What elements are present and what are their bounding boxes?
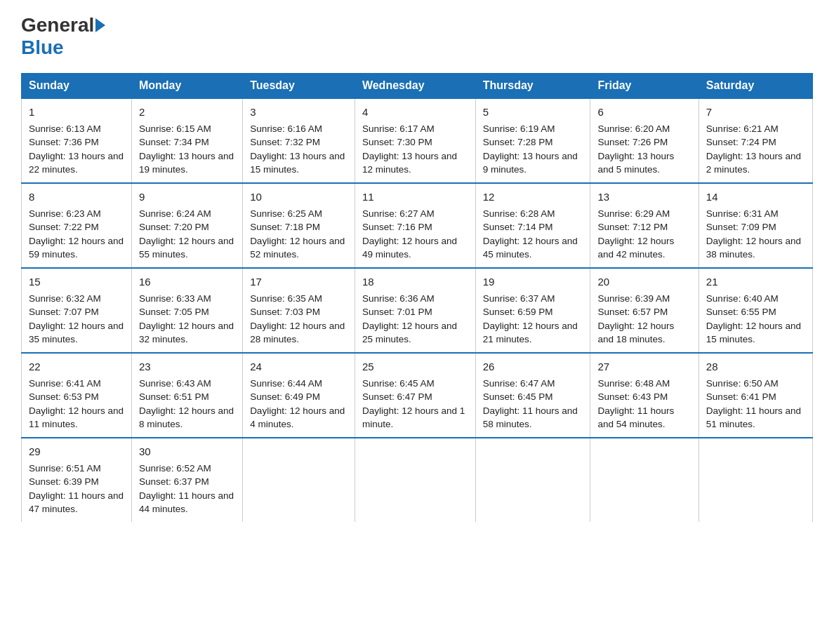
sunrise-text: Sunrise: 6:23 AM: [29, 208, 101, 219]
daylight-text: Daylight: 13 hours and 2 minutes.: [706, 151, 801, 175]
daylight-text: Daylight: 13 hours and 19 minutes.: [139, 151, 234, 175]
col-monday: Monday: [131, 74, 242, 99]
sunrise-text: Sunrise: 6:50 AM: [706, 378, 779, 389]
sunrise-text: Sunrise: 6:44 AM: [250, 378, 322, 389]
logo-arrow-icon: [95, 18, 105, 32]
daylight-text: Daylight: 12 hours and 55 minutes.: [139, 236, 234, 260]
calendar-cell: 5Sunrise: 6:19 AMSunset: 7:28 PMDaylight…: [475, 98, 590, 183]
day-number: 21: [706, 274, 805, 290]
calendar-cell: [590, 438, 699, 522]
calendar-cell: 13Sunrise: 6:29 AMSunset: 7:12 PMDayligh…: [590, 183, 699, 268]
sunset-text: Sunset: 7:26 PM: [597, 137, 668, 147]
calendar-cell: 4Sunrise: 6:17 AMSunset: 7:30 PMDaylight…: [355, 98, 475, 183]
calendar-cell: [243, 438, 355, 522]
sunset-text: Sunset: 7:14 PM: [483, 222, 553, 232]
col-thursday: Thursday: [475, 74, 590, 99]
daylight-text: Daylight: 12 hours and 45 minutes.: [483, 236, 578, 260]
daylight-text: Daylight: 12 hours and 15 minutes.: [706, 321, 801, 345]
day-number: 9: [139, 189, 235, 205]
day-number: 20: [597, 274, 691, 290]
calendar-cell: 26Sunrise: 6:47 AMSunset: 6:45 PMDayligh…: [475, 353, 590, 438]
day-number: 27: [597, 359, 691, 375]
calendar-cell: 10Sunrise: 6:25 AMSunset: 7:18 PMDayligh…: [243, 183, 355, 268]
daylight-text: Daylight: 12 hours and 1 minute.: [362, 405, 465, 430]
calendar-cell: 6Sunrise: 6:20 AMSunset: 7:26 PMDaylight…: [590, 98, 699, 183]
daylight-text: Daylight: 13 hours and 5 minutes.: [597, 151, 674, 175]
sunrise-text: Sunrise: 6:39 AM: [597, 293, 670, 304]
sunset-text: Sunset: 6:39 PM: [29, 476, 99, 487]
day-number: 23: [139, 359, 235, 375]
calendar-cell: 8Sunrise: 6:23 AMSunset: 7:22 PMDaylight…: [22, 183, 132, 268]
daylight-text: Daylight: 12 hours and 35 minutes.: [29, 321, 124, 345]
sunrise-text: Sunrise: 6:52 AM: [139, 463, 211, 474]
day-number: 19: [483, 274, 583, 290]
calendar-cell: 1Sunrise: 6:13 AMSunset: 7:36 PMDaylight…: [22, 98, 132, 183]
sunrise-text: Sunrise: 6:36 AM: [362, 293, 435, 304]
sunset-text: Sunset: 7:09 PM: [706, 222, 776, 232]
sunset-text: Sunset: 7:18 PM: [250, 222, 320, 232]
day-number: 28: [706, 359, 805, 375]
daylight-text: Daylight: 12 hours and 38 minutes.: [706, 236, 801, 260]
calendar-body: 1Sunrise: 6:13 AMSunset: 7:36 PMDaylight…: [22, 98, 813, 522]
col-wednesday: Wednesday: [355, 74, 475, 99]
calendar-cell: 27Sunrise: 6:48 AMSunset: 6:43 PMDayligh…: [590, 353, 699, 438]
sunset-text: Sunset: 7:03 PM: [250, 307, 320, 317]
sunset-text: Sunset: 7:05 PM: [139, 307, 209, 317]
calendar-cell: [699, 438, 812, 522]
calendar-cell: 9Sunrise: 6:24 AMSunset: 7:20 PMDaylight…: [131, 183, 242, 268]
calendar-cell: 25Sunrise: 6:45 AMSunset: 6:47 PMDayligh…: [355, 353, 475, 438]
sunset-text: Sunset: 7:22 PM: [29, 222, 99, 232]
sunrise-text: Sunrise: 6:40 AM: [706, 293, 779, 304]
sunset-text: Sunset: 6:53 PM: [29, 391, 99, 402]
calendar-cell: 7Sunrise: 6:21 AMSunset: 7:24 PMDaylight…: [699, 98, 812, 183]
sunrise-text: Sunrise: 6:47 AM: [483, 378, 555, 389]
day-number: 30: [139, 444, 235, 459]
sunrise-text: Sunrise: 6:35 AM: [250, 293, 322, 304]
col-tuesday: Tuesday: [243, 74, 355, 99]
col-friday: Friday: [590, 74, 699, 99]
sunrise-text: Sunrise: 6:37 AM: [483, 293, 555, 304]
daylight-text: Daylight: 11 hours and 51 minutes.: [706, 405, 801, 430]
logo: General Blue: [21, 14, 107, 59]
day-number: 10: [250, 189, 348, 205]
calendar-cell: 15Sunrise: 6:32 AMSunset: 7:07 PMDayligh…: [22, 268, 132, 353]
calendar-table: Sunday Monday Tuesday Wednesday Thursday…: [21, 73, 813, 522]
sunrise-text: Sunrise: 6:24 AM: [139, 208, 211, 219]
sunset-text: Sunset: 6:59 PM: [483, 307, 553, 317]
logo-general-text: General: [21, 14, 94, 36]
daylight-text: Daylight: 12 hours and 21 minutes.: [483, 321, 578, 345]
sunrise-text: Sunrise: 6:13 AM: [29, 123, 101, 134]
sunrise-text: Sunrise: 6:20 AM: [597, 123, 670, 134]
daylight-text: Daylight: 11 hours and 44 minutes.: [139, 490, 234, 515]
daylight-text: Daylight: 13 hours and 15 minutes.: [250, 151, 345, 175]
sunrise-text: Sunrise: 6:32 AM: [29, 293, 101, 304]
sunrise-text: Sunrise: 6:31 AM: [706, 208, 779, 219]
daylight-text: Daylight: 12 hours and 49 minutes.: [362, 236, 457, 260]
sunset-text: Sunset: 6:45 PM: [483, 391, 553, 402]
day-number: 14: [706, 189, 805, 205]
day-number: 2: [139, 105, 235, 120]
page-header: General Blue: [21, 14, 813, 59]
daylight-text: Daylight: 12 hours and 18 minutes.: [597, 321, 674, 345]
sunset-text: Sunset: 6:51 PM: [139, 391, 209, 402]
calendar-cell: 18Sunrise: 6:36 AMSunset: 7:01 PMDayligh…: [355, 268, 475, 353]
daylight-text: Daylight: 12 hours and 8 minutes.: [139, 405, 234, 430]
sunset-text: Sunset: 7:28 PM: [483, 137, 553, 147]
sunset-text: Sunset: 6:43 PM: [597, 391, 668, 402]
sunset-text: Sunset: 7:07 PM: [29, 307, 99, 317]
calendar-header: Sunday Monday Tuesday Wednesday Thursday…: [22, 74, 813, 99]
day-number: 24: [250, 359, 348, 375]
daylight-text: Daylight: 13 hours and 22 minutes.: [29, 151, 124, 175]
sunset-text: Sunset: 6:37 PM: [139, 476, 209, 487]
calendar-cell: 24Sunrise: 6:44 AMSunset: 6:49 PMDayligh…: [243, 353, 355, 438]
sunset-text: Sunset: 7:20 PM: [139, 222, 209, 232]
day-number: 18: [362, 274, 468, 290]
sunset-text: Sunset: 6:49 PM: [250, 391, 320, 402]
sunrise-text: Sunrise: 6:48 AM: [597, 378, 670, 389]
calendar-cell: 16Sunrise: 6:33 AMSunset: 7:05 PMDayligh…: [131, 268, 242, 353]
calendar-cell: 11Sunrise: 6:27 AMSunset: 7:16 PMDayligh…: [355, 183, 475, 268]
logo-blue-text: Blue: [21, 36, 64, 59]
sunset-text: Sunset: 6:55 PM: [706, 307, 776, 317]
sunrise-text: Sunrise: 6:27 AM: [362, 208, 435, 219]
sunset-text: Sunset: 7:36 PM: [29, 137, 99, 147]
